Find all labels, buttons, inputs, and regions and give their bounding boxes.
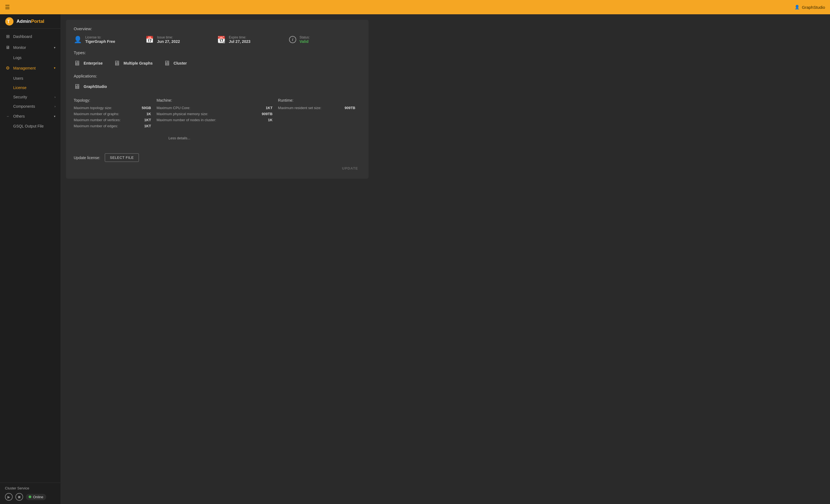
svg-text:T: T (7, 19, 10, 24)
detail-row: Maximum number of nodes in cluster: 1K (157, 118, 273, 122)
sidebar-item-components[interactable]: Components › (0, 102, 61, 111)
monitor-type-icon3: 🖥 (164, 59, 170, 67)
management-icon: ⚙ (5, 65, 10, 71)
update-button[interactable]: UPDATE (339, 165, 361, 172)
type-enterprise: 🖥 Enterprise (74, 59, 103, 67)
topbar: ☰ 👤 GraphStudio (0, 0, 830, 14)
stop-button[interactable]: ⏹ (15, 493, 23, 501)
type-label: Enterprise (84, 61, 103, 65)
detail-value: 50GB (141, 106, 151, 110)
types-label: Types: (74, 50, 361, 55)
chevron-down-icon: ▾ (54, 46, 56, 49)
sidebar-item-label: Dashboard (13, 34, 56, 39)
person-icon: 👤 (74, 36, 82, 43)
detail-label: Maximum CPU Core: (157, 106, 190, 110)
overview-label: Overview: (74, 26, 361, 31)
less-details-link[interactable]: Less details... (168, 136, 191, 140)
status-item: i Status: Valid (289, 35, 361, 44)
runtime-title: Runtime: (278, 98, 355, 102)
sidebar-item-gsql[interactable]: GSQL Output File (0, 122, 61, 131)
applications-row: 🖥 GraphStudio (74, 83, 361, 91)
sidebar-item-label: License (13, 86, 26, 90)
online-label: Online (33, 495, 43, 499)
overview-row: 👤 License to: TigerGraph Free 📅 Issue ti… (74, 35, 361, 44)
detail-value: 1KT (266, 106, 273, 110)
info-icon: i (289, 36, 296, 43)
detail-row: Maximum number of vertices: 1KT (74, 118, 151, 122)
machine-title: Machine: (157, 98, 273, 102)
detail-value: 1K (147, 112, 151, 116)
type-multiple-graphs: 🖥 Multiple Graphs (114, 59, 153, 67)
update-license-label: Update license: (74, 156, 100, 160)
online-dot (29, 496, 31, 498)
chevron-down-icon: ▾ (54, 66, 56, 70)
sidebar-item-users[interactable]: Users (0, 74, 61, 83)
sidebar-item-label: GSQL Output File (13, 124, 44, 128)
sidebar-item-label: Users (13, 76, 23, 80)
sidebar-item-security[interactable]: Security › (0, 92, 61, 102)
applications-label: Applications: (74, 74, 361, 78)
license-card: Overview: 👤 License to: TigerGraph Free … (66, 20, 369, 179)
expire-time-item: 📆 Expire time: Jul 27, 2023 (217, 35, 289, 44)
type-label: Multiple Graphs (124, 61, 153, 65)
detail-label: Maximum number of nodes in cluster: (157, 118, 216, 122)
runtime-col: Runtime: Maximum resident set size: 909T… (278, 98, 361, 130)
sidebar-item-others[interactable]: ··· Others ▾ (0, 111, 61, 122)
sidebar-item-dashboard[interactable]: ⊞ Dashboard (0, 31, 61, 42)
sidebar-nav: ⊞ Dashboard 🖥 Monitor ▾ Logs ⚙ Managemen… (0, 29, 61, 482)
app-label: GraphStudio (84, 85, 107, 89)
calendar-x-icon: 📆 (217, 36, 225, 43)
app-body: T AdminPortal ⊞ Dashboard 🖥 Monitor ▾ Lo… (0, 14, 830, 504)
issue-time-item: 📅 Issue time: Jun 27, 2022 (146, 35, 217, 44)
status-label: Status: (299, 35, 310, 39)
sidebar-item-management[interactable]: ⚙ Management ▾ (0, 62, 61, 74)
logo-icon: T (5, 17, 14, 26)
update-btn-row: UPDATE (74, 165, 361, 172)
license-to-label: License to: (85, 35, 115, 39)
play-button[interactable]: ▶ (5, 493, 13, 501)
machine-col: Machine: Maximum CPU Core: 1KT Maximum p… (157, 98, 278, 130)
sidebar-item-label: Management (13, 66, 51, 70)
monitor-icon: 🖥 (5, 45, 10, 50)
detail-label: Maximum physical memory size: (157, 112, 208, 116)
main-content: Overview: 👤 License to: TigerGraph Free … (61, 14, 830, 504)
app-icon: 🖥 (74, 83, 80, 91)
sidebar: T AdminPortal ⊞ Dashboard 🖥 Monitor ▾ Lo… (0, 14, 61, 504)
detail-label: Maximum number of vertices: (74, 118, 121, 122)
detail-value: 1KT (145, 124, 151, 128)
sidebar-item-monitor[interactable]: 🖥 Monitor ▾ (0, 42, 61, 53)
detail-row: Maximum physical memory size: 909TB (157, 112, 273, 116)
logo-text: AdminPortal (17, 19, 44, 24)
sidebar-item-license[interactable]: License (0, 83, 61, 92)
detail-label: Maximum topology size: (74, 106, 112, 110)
expire-time-label: Expire time: (229, 35, 251, 39)
sidebar-item-label: Monitor (13, 45, 51, 50)
detail-row: Maximum number of graphs: 1K (74, 112, 151, 116)
app-graphstudio: 🖥 GraphStudio (74, 83, 107, 91)
status-value: Valid (299, 39, 310, 44)
detail-row: Maximum number of edges: 1KT (74, 124, 151, 128)
issue-time-label: Issue time: (157, 35, 180, 39)
monitor-type-icon: 🖥 (74, 59, 80, 67)
select-file-button[interactable]: SELECT FILE (105, 153, 139, 162)
issue-time-value: Jun 27, 2022 (157, 39, 180, 44)
detail-label: Maximum number of edges: (74, 124, 118, 128)
chevron-right-icon: › (55, 95, 56, 99)
sidebar-item-logs[interactable]: Logs (0, 53, 61, 62)
detail-row: Maximum resident set size: 909TB (278, 106, 355, 110)
monitor-type-icon2: 🖥 (114, 59, 120, 67)
others-icon: ··· (5, 114, 10, 118)
detail-value: 1K (268, 118, 273, 122)
detail-value: 1KT (145, 118, 151, 122)
license-to-value: TigerGraph Free (85, 39, 115, 44)
sidebar-item-label: Logs (13, 56, 22, 60)
hamburger-button[interactable]: ☰ (5, 4, 10, 10)
type-label: Cluster (173, 61, 187, 65)
expire-time-value: Jul 27, 2023 (229, 39, 251, 44)
dashboard-icon: ⊞ (5, 34, 10, 39)
sidebar-item-label: Others (13, 114, 51, 119)
chevron-down-icon: ▾ (54, 114, 56, 118)
online-badge: Online (26, 494, 46, 500)
detail-value: 909TB (262, 112, 273, 116)
sidebar-footer: Cluster Service ▶ ⏹ Online (0, 482, 61, 504)
